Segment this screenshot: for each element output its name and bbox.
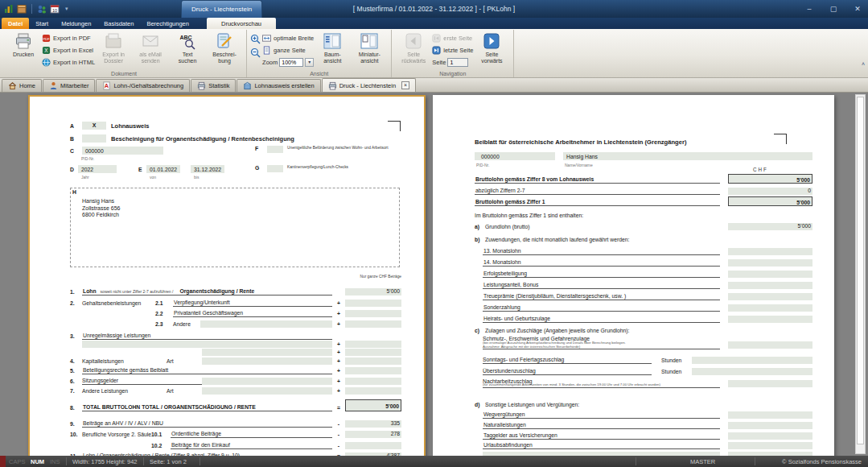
field-ahv-value: 335 bbox=[345, 420, 401, 428]
field-3b-value bbox=[345, 349, 401, 356]
field-10-2-value bbox=[345, 442, 401, 449]
field-b2 bbox=[728, 271, 812, 278]
field-schmutz bbox=[728, 341, 812, 349]
zoom-control: Zoom ▾ bbox=[262, 57, 314, 68]
beschreibung-button[interactable]: Beschrei- bung bbox=[206, 31, 243, 64]
text-suchen-button[interactable]: ABC Text suchen bbox=[169, 31, 206, 64]
qat-dropdown-icon[interactable]: ▾ bbox=[65, 6, 68, 12]
status-copyright: © Sozialfonds Pensionskasse bbox=[782, 458, 862, 465]
preview-page-1: A X Lohnausweis B Bescheinigung für Orga… bbox=[28, 95, 426, 456]
field-b6 bbox=[728, 316, 812, 323]
group-label-navigation: Navigation bbox=[392, 71, 513, 76]
row-naturalleistungen: Naturalleistungen bbox=[483, 420, 812, 429]
ribbon-group-dokument: Drucken PDF Export in PDF X Export in Ex… bbox=[2, 30, 247, 77]
form-row-7: 7. Andere Leistungen Art + bbox=[70, 386, 401, 395]
quick-access-toolbar: 10 ▾ bbox=[0, 0, 68, 18]
row-partial-bottom bbox=[483, 450, 812, 456]
address-box: H Hansig Hans Zollstrasse 656 6800 Feldk… bbox=[70, 188, 400, 267]
field-2-3-value bbox=[345, 320, 401, 328]
vertical-scrollbar[interactable] bbox=[855, 94, 866, 454]
field-abzueglich: 0 bbox=[728, 188, 812, 195]
export-dossier-button: Export in Dossier bbox=[95, 31, 132, 64]
seite-vorwaerts-button[interactable]: Seite vorwärts bbox=[473, 31, 510, 64]
close-button[interactable]: ✕ bbox=[852, 5, 863, 13]
window-controls: – ▢ ✕ bbox=[804, 0, 863, 18]
form-row-3a: + bbox=[70, 340, 401, 348]
export-html-button[interactable]: Export in HTML bbox=[42, 57, 95, 68]
tab-meldungen[interactable]: Meldungen bbox=[55, 18, 97, 29]
zoom-in-icon[interactable] bbox=[250, 34, 261, 44]
tab-basisdaten[interactable]: Basisdaten bbox=[97, 18, 140, 29]
seite-input[interactable] bbox=[447, 58, 468, 67]
zoom-input[interactable] bbox=[279, 58, 303, 67]
form-row-10-2: 10.2 Beiträge für den Einkauf - bbox=[70, 440, 401, 449]
form-row-10-1: 10. Berufliche Vorsorge 2. Säule 10.1 Or… bbox=[70, 429, 401, 438]
seite-control: Seite bbox=[432, 57, 473, 68]
tab-druckvorschau[interactable]: Druckvorschau bbox=[207, 18, 276, 29]
zoom-dropdown-icon[interactable]: ▾ bbox=[305, 58, 314, 67]
page-nav-options: erste Seite letzte Seite Seite bbox=[432, 31, 473, 68]
field-6-text bbox=[202, 378, 332, 385]
erste-seite-button: erste Seite bbox=[432, 33, 473, 43]
field-b3 bbox=[728, 282, 812, 289]
letzte-seite-button[interactable]: letzte Seite bbox=[432, 45, 473, 56]
box-icon bbox=[243, 81, 252, 90]
dossier-folder-icon bbox=[105, 32, 122, 50]
field-3b-text bbox=[202, 349, 332, 356]
ganze-seite-button[interactable]: ganze Seite bbox=[262, 45, 314, 56]
form-row-5: 5. Beteiligungsrechte gemäss Beiblatt + bbox=[70, 366, 401, 374]
home-icon bbox=[8, 81, 17, 90]
printer-small-icon bbox=[197, 81, 206, 90]
doctab-druck-liechtenstein[interactable]: Druck - Liechtenstein × bbox=[322, 78, 416, 92]
tab-start[interactable]: Start bbox=[29, 18, 55, 29]
row-abzueglich: abzüglich Ziffern 2-7 0 bbox=[475, 186, 812, 195]
archive-icon[interactable] bbox=[17, 4, 27, 14]
field-d0 bbox=[728, 411, 812, 419]
users-icon[interactable] bbox=[37, 4, 47, 14]
form-row-g: G Kantinenverpflegung/Lunch-Checks bbox=[255, 165, 390, 172]
zoom-buttons bbox=[250, 31, 262, 58]
html-icon bbox=[42, 58, 51, 67]
doctab-home[interactable]: Home bbox=[2, 79, 42, 92]
maximize-button[interactable]: ▢ bbox=[828, 5, 839, 13]
tab-berechtigungen[interactable]: Berechtigungen bbox=[140, 18, 195, 29]
nacht-fine-print: (für zusammenhängende Arbeitszeiten von … bbox=[483, 382, 660, 386]
seite-label: Seite bbox=[432, 59, 446, 66]
field-von: 01.01.2022 bbox=[146, 165, 180, 173]
printer-small-icon bbox=[328, 81, 337, 90]
stats-icon[interactable] bbox=[4, 4, 14, 14]
zoom-label: Zoom bbox=[262, 59, 278, 66]
text-search-icon: ABC bbox=[179, 32, 196, 50]
first-page-icon bbox=[432, 34, 441, 43]
export-excel-button[interactable]: X Export in Excel bbox=[42, 45, 95, 56]
drucken-button[interactable]: Drucken bbox=[5, 31, 42, 58]
export-pdf-button[interactable]: PDF Export in PDF bbox=[42, 33, 95, 43]
doctab-lohnausweis-erstellen[interactable]: Lohnausweis erstellen bbox=[237, 79, 320, 92]
app-window: 10 ▾ Druck - Liechtenstein [ Musterfirma… bbox=[0, 0, 868, 467]
close-tab-icon[interactable]: × bbox=[401, 81, 409, 89]
calendar-icon[interactable]: 10 bbox=[50, 4, 60, 14]
print-preview-area: A X Lohnausweis B Bescheinigung für Orga… bbox=[0, 93, 868, 456]
zoom-out-icon[interactable] bbox=[250, 48, 261, 58]
field-4-text bbox=[202, 357, 332, 365]
field-7-value bbox=[345, 387, 401, 395]
doctab-mitarbeiter[interactable]: Mitarbeiter bbox=[43, 79, 95, 92]
tab-datei[interactable]: Datei bbox=[2, 18, 29, 29]
minimize-button[interactable]: – bbox=[804, 5, 815, 13]
baumansicht-button[interactable]: Baum- ansicht bbox=[314, 31, 351, 64]
scrollbar-thumb[interactable] bbox=[857, 97, 864, 444]
miniaturansicht-button[interactable]: Miniatur- ansicht bbox=[351, 31, 388, 64]
form-row-2-2: 2.2 Privatanteil Geschäftswagen + bbox=[70, 308, 401, 317]
row-leistungsanteil: Leistungsanteil, Bonus bbox=[483, 280, 812, 289]
tree-view-icon bbox=[323, 32, 341, 50]
window-title: [ Musterfirma / 01.01.2022 - 31.12.2022 … bbox=[353, 5, 515, 13]
doctab-statistik[interactable]: Statistik bbox=[191, 79, 236, 92]
optimale-breite-button[interactable]: optimale Breite bbox=[262, 33, 314, 43]
field-2-3-text bbox=[200, 320, 332, 328]
field-total-value: 5'000 bbox=[345, 399, 401, 411]
doctab-lohnabrechnung[interactable]: A Lohn-/Gehaltsabrechnung bbox=[96, 79, 190, 92]
row-13-monatslohn: 13. Monatslohn bbox=[483, 246, 812, 255]
collapse-ribbon-icon[interactable]: ˄ bbox=[862, 61, 865, 67]
field-3a-text bbox=[82, 341, 332, 348]
field-7-text bbox=[202, 387, 332, 395]
